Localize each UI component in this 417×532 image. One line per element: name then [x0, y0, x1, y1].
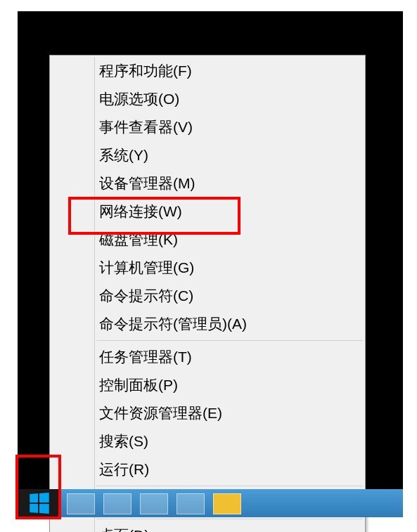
- menu-item-label: 磁盘管理(K): [99, 230, 178, 249]
- menu-item-computer-management[interactable]: 计算机管理(G): [96, 254, 364, 282]
- menu-icon-strip: [51, 57, 94, 532]
- menu-item-label: 系统(Y): [99, 145, 148, 165]
- taskbar-pinned-items: [67, 493, 241, 514]
- menu-item-file-explorer[interactable]: 文件资源管理器(E): [96, 399, 364, 427]
- menu-item-task-manager[interactable]: 任务管理器(T): [96, 343, 364, 371]
- menu-item-label: 桌面(D): [99, 526, 149, 532]
- menu-item-label: 命令提示符(C): [99, 286, 193, 306]
- desktop-background: 程序和功能(F) 电源选项(O) 事件查看器(V) 系统(Y) 设备管理器(M)…: [18, 11, 403, 517]
- menu-item-programs-features[interactable]: 程序和功能(F): [96, 57, 364, 85]
- menu-item-control-panel[interactable]: 控制面板(P): [96, 371, 364, 399]
- menu-item-system[interactable]: 系统(Y): [96, 141, 364, 169]
- menu-item-label: 电源选项(O): [99, 89, 179, 109]
- menu-items-container: 程序和功能(F) 电源选项(O) 事件查看器(V) 系统(Y) 设备管理器(M)…: [94, 57, 364, 532]
- menu-item-label: 命令提示符(管理员)(A): [99, 314, 247, 334]
- menu-item-label: 控制面板(P): [99, 375, 178, 395]
- menu-item-network-connections[interactable]: 网络连接(W): [96, 197, 364, 226]
- menu-item-label: 文件资源管理器(E): [99, 403, 222, 423]
- menu-item-run[interactable]: 运行(R): [96, 455, 364, 484]
- taskbar-icon[interactable]: [140, 493, 168, 514]
- menu-item-disk-management[interactable]: 磁盘管理(K): [96, 226, 364, 254]
- menu-item-event-viewer[interactable]: 事件查看器(V): [96, 113, 364, 141]
- winx-context-menu: 程序和功能(F) 电源选项(O) 事件查看器(V) 系统(Y) 设备管理器(M)…: [49, 55, 366, 532]
- menu-item-label: 设备管理器(M): [99, 174, 195, 193]
- menu-item-desktop[interactable]: 桌面(D): [96, 521, 364, 532]
- start-button[interactable]: [18, 489, 60, 517]
- menu-item-search[interactable]: 搜索(S): [96, 427, 364, 455]
- taskbar-icon[interactable]: [213, 493, 241, 514]
- taskbar-icon[interactable]: [67, 493, 95, 514]
- menu-item-label: 运行(R): [99, 460, 149, 479]
- taskbar: [18, 489, 403, 517]
- menu-item-label: 计算机管理(G): [99, 258, 194, 278]
- menu-separator: [96, 519, 363, 519]
- menu-item-device-manager[interactable]: 设备管理器(M): [96, 169, 364, 197]
- menu-item-label: 搜索(S): [99, 432, 148, 451]
- menu-item-label: 任务管理器(T): [99, 347, 192, 367]
- menu-item-power-options[interactable]: 电源选项(O): [96, 85, 364, 113]
- menu-item-label: 事件查看器(V): [99, 117, 193, 137]
- taskbar-icon[interactable]: [177, 493, 205, 514]
- menu-item-label: 网络连接(W): [99, 202, 182, 221]
- windows-logo-icon: [30, 493, 49, 514]
- menu-separator: [96, 486, 363, 486]
- menu-item-label: 程序和功能(F): [99, 61, 192, 81]
- menu-item-command-prompt-admin[interactable]: 命令提示符(管理员)(A): [96, 310, 364, 338]
- menu-separator: [96, 340, 363, 341]
- menu-item-command-prompt[interactable]: 命令提示符(C): [96, 282, 364, 310]
- taskbar-icon[interactable]: [103, 493, 131, 514]
